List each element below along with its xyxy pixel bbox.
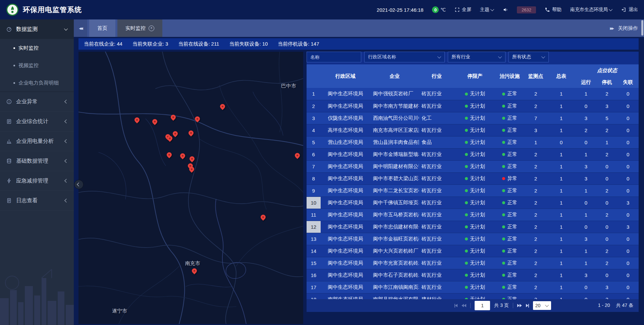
map-pin[interactable] (179, 153, 186, 160)
map-pin[interactable] (189, 156, 196, 163)
scrollbar-thumb[interactable] (641, 20, 643, 36)
status-dot (465, 141, 468, 144)
map-pin[interactable] (260, 214, 267, 221)
logout-button[interactable]: 退出 (621, 7, 638, 13)
col-region: 行政区域 (321, 64, 371, 88)
table-row[interactable]: 18南部生态环境局南部县瑞华水泥有限公建材行业无计划正常21030 (307, 293, 639, 299)
cell-running: 1 (576, 245, 596, 257)
table-row[interactable]: 9阆中生态环境局阆中市二龙长宝页岩砖砖瓦行业无计划正常21120 (307, 184, 639, 197)
help-button[interactable]: 帮助 (545, 7, 561, 13)
cell-company: 阆中市忠信建材有限公 (370, 221, 419, 233)
org-dropdown[interactable]: 南充市生态环境局 (570, 7, 612, 13)
table-row[interactable]: 12阆中生态环境局阆中市忠信建材有限公砖瓦行业无计划正常21003 (307, 221, 639, 233)
table-row[interactable]: 4高坪生态环境局南充市高坪区王家店建砖瓦行业无计划正常31220 (307, 124, 639, 136)
map-pin[interactable] (189, 166, 195, 173)
table-row[interactable]: 1阆中生态环境局阆中强锐页岩砖厂砖瓦行业无计划正常21120 (307, 88, 639, 100)
cell-facility-status: 正常 (495, 233, 524, 245)
sidebar-item-data-monitoring[interactable]: 数据监测 (0, 19, 74, 39)
map-pin[interactable] (294, 153, 301, 160)
map-pin[interactable] (134, 117, 141, 124)
cell-limit-status: 无计划 (455, 148, 495, 160)
region-select[interactable]: 行政区域名称 (364, 52, 445, 62)
last-page-button[interactable] (526, 304, 529, 308)
table-row[interactable]: 17阆中生态环境局阆中市江南镇阆南页岩砖瓦行业无计划正常21030 (307, 281, 639, 293)
cell-limit-status: 无计划 (455, 197, 495, 209)
message-count-badge[interactable]: 2632 (517, 6, 536, 13)
gauge-icon (6, 26, 12, 32)
theme-dropdown[interactable]: 主题 (480, 7, 494, 13)
sidebar-item-enterprise-statistics[interactable]: 企业综合统计 (0, 112, 74, 131)
cell-stopped: 3 (596, 281, 617, 293)
map-pin[interactable] (170, 114, 177, 121)
fullscreen-button[interactable]: 全屏 (454, 7, 471, 13)
cell-meters: 1 (547, 124, 576, 136)
row-index: 1 (307, 88, 321, 100)
cell-facility-status: 正常 (495, 269, 524, 281)
map-collapse-toggle[interactable] (74, 180, 84, 189)
name-search-input[interactable] (307, 52, 361, 62)
table-row[interactable]: 11阆中生态环境局阆中市五马桥页岩机砖砖瓦行业无计划正常21120 (307, 209, 639, 221)
status-dot (502, 213, 505, 216)
table-row[interactable]: 15阆中生态环境局阆中市光富页岩机砖厂砖瓦行业无计划正常21120 (307, 257, 639, 269)
page-number-input[interactable] (475, 301, 490, 310)
database-icon (6, 158, 12, 164)
sidebar-item-emergency-reduction[interactable]: 应急减排管理 (0, 171, 74, 191)
page-size-select[interactable]: 20 (533, 301, 551, 310)
map-pin[interactable] (152, 119, 158, 126)
cell-lost: 0 (618, 257, 639, 269)
status-dot (502, 129, 505, 132)
table-row[interactable]: 13阆中生态环境局阆中市金福旺页岩机砖砖瓦行业无计划正常21300 (307, 233, 639, 245)
cell-stopped: 2 (596, 257, 617, 269)
cell-lost: 0 (618, 160, 639, 172)
tab-scroll-right-icon[interactable]: ▶▶ (610, 26, 613, 30)
sound-button[interactable] (503, 7, 508, 12)
prev-page-button[interactable] (462, 304, 466, 307)
sidebar-item-power-usage-analysis[interactable]: 企业用电量分析 (0, 131, 74, 151)
table-row[interactable]: 3仪陇生态环境局西南油气田分公司川中化工无计划正常71350 (307, 112, 639, 124)
table-row[interactable]: 16阆中生态环境局阆中市石子页岩机砖厂砖瓦行业无计划正常21300 (307, 269, 639, 281)
cell-industry: 砖瓦行业 (419, 124, 455, 136)
tab-scroll-left-icon[interactable]: ◀◀ (74, 19, 87, 37)
table-row[interactable]: 2阆中生态环境局阆中市南方节能建材有砖瓦行业无计划正常21030 (307, 100, 639, 112)
table-row[interactable]: 8阆中生态环境局阆中市枣碧大梁山页岩砖瓦行业无计划异常21300 (307, 172, 639, 184)
cell-facility-status: 正常 (495, 281, 524, 293)
close-operations-button[interactable]: 关闭操作 (618, 25, 638, 32)
first-page-button[interactable] (454, 304, 458, 308)
sidebar-item-log-view[interactable]: 日志查看 (0, 191, 74, 211)
table-row[interactable]: 7阆中生态环境局阆中明阳建材有限公司砖瓦行业无计划正常21300 (307, 160, 639, 172)
tab-realtime-monitor[interactable]: 实时监控 × (117, 19, 162, 37)
map-pin[interactable] (188, 130, 195, 137)
cell-region: 阆中生态环境局 (321, 160, 371, 172)
status-dot (502, 225, 505, 228)
sidebar-item-base-data-management[interactable]: 基础数据管理 (0, 151, 74, 171)
status-select[interactable]: 所有状态 (508, 52, 549, 62)
table-row[interactable]: 5营山生态环境局营山县润丰肉食品有限食品无计划正常10010 (307, 136, 639, 148)
map[interactable]: 巴中市南充市遂宁市 (78, 52, 303, 324)
cell-lost: 0 (618, 245, 639, 257)
close-icon[interactable]: × (149, 25, 154, 31)
row-index: 2 (307, 100, 321, 112)
sidebar-item-enterprise-abnormal[interactable]: 企业异常 (0, 92, 74, 112)
cell-monitor-points: 2 (524, 160, 547, 172)
map-pin[interactable] (191, 268, 198, 275)
cell-limit-status: 无计划 (455, 100, 495, 112)
map-pin[interactable] (194, 116, 201, 123)
speaker-icon (503, 7, 508, 12)
table-row[interactable]: 10阆中生态环境局阆中千佛镇五郎垭页岩砖瓦行业无计划正常21003 (307, 197, 639, 209)
tab-home[interactable]: 首页 (89, 19, 115, 37)
chevron-left-icon (64, 100, 68, 103)
status-dot (502, 262, 505, 265)
next-page-button[interactable] (517, 304, 522, 307)
row-index: 13 (307, 233, 321, 245)
document-icon (6, 198, 12, 204)
sidebar-item-video-monitor[interactable]: 视频监控 (0, 57, 74, 74)
status-dot (465, 213, 468, 216)
map-pin[interactable] (172, 131, 179, 138)
map-pin[interactable] (219, 104, 226, 111)
sidebar-item-realtime-monitor[interactable]: 实时监控 (0, 39, 74, 57)
sidebar-item-power-load-detail[interactable]: 企业电力负荷明细 (0, 74, 74, 92)
map-pin[interactable] (166, 152, 173, 159)
industry-select[interactable]: 所有行业 (448, 52, 505, 62)
table-row[interactable]: 6阆中生态环境局阆中市金博瑞新型墙材砖瓦行业无计划正常21120 (307, 148, 639, 160)
table-row[interactable]: 14阆中生态环境局阆中大兴页岩机砖厂砖瓦行业无计划正常21120 (307, 245, 639, 257)
